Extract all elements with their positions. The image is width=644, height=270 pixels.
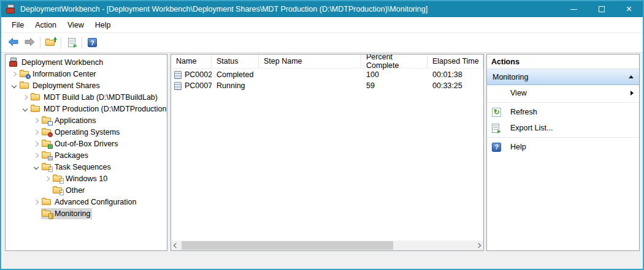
action-item-label: Export List... bbox=[510, 124, 553, 132]
tree-item-content: Operating Systems bbox=[41, 127, 121, 138]
scroll-left-button[interactable] bbox=[171, 241, 181, 250]
action-item-label: Refresh bbox=[510, 108, 537, 116]
expander-icon[interactable] bbox=[31, 151, 41, 160]
help-icon: ? bbox=[88, 38, 97, 47]
expander-icon[interactable] bbox=[31, 162, 41, 172]
tree-item-label: Packages bbox=[55, 151, 88, 160]
folder-icon bbox=[31, 104, 41, 113]
menu-bar: FileActionViewHelp bbox=[1, 17, 643, 33]
action-item-help[interactable]: ?Help bbox=[487, 139, 639, 155]
expander-icon[interactable] bbox=[31, 116, 41, 126]
actions-group-header-monitoring[interactable]: Monitoring bbox=[487, 69, 639, 85]
tree-item-deployment-workbench[interactable]: Deployment Workbench bbox=[6, 56, 167, 68]
back-arrow-icon bbox=[8, 38, 18, 48]
column-header-name[interactable]: Name bbox=[171, 54, 212, 68]
tree-item-task-sequences[interactable]: Task Sequences bbox=[6, 161, 167, 173]
tree-item-label: Applications bbox=[55, 116, 96, 125]
expander-icon[interactable] bbox=[9, 69, 19, 79]
help-button[interactable]: ? bbox=[84, 36, 101, 50]
list-row-pc0007[interactable]: PC0007Running5900:33:25 bbox=[171, 80, 483, 91]
actions-pane: Actions Monitoring View↻RefreshExport Li… bbox=[486, 54, 640, 251]
console-tree-button[interactable] bbox=[42, 36, 59, 50]
tree-item-label: MDT Production (D:\MDTProduction) bbox=[44, 105, 167, 113]
tree-item-information-center[interactable]: iInformation Center bbox=[6, 68, 167, 80]
actions-pane-title: Actions bbox=[487, 54, 639, 69]
maximize-button[interactable] bbox=[588, 1, 615, 17]
tree-item-label: Task Sequences bbox=[55, 163, 111, 171]
tree-item-mdt-build-lab-d-mdtbuildlab[interactable]: MDT Build Lab (D:\MDTBuildLab) bbox=[6, 91, 167, 103]
toolbar: ? bbox=[1, 33, 643, 53]
column-header-elapsed-time[interactable]: Elapsed Time bbox=[427, 54, 483, 68]
cell-status: Running bbox=[212, 81, 259, 90]
computer-name: PC0002 bbox=[185, 70, 212, 79]
expander-icon[interactable] bbox=[31, 127, 41, 137]
tree-item-label: Other bbox=[66, 186, 85, 195]
folder-icon bbox=[20, 81, 30, 90]
close-button[interactable]: × bbox=[615, 1, 643, 17]
tree-item-out-of-box-drivers[interactable]: Out-of-Box Drivers bbox=[6, 138, 167, 149]
column-header-percent-complete[interactable]: Percent Complete bbox=[361, 54, 427, 68]
column-header-step-name[interactable]: Step Name bbox=[259, 54, 361, 68]
folder-plain-icon bbox=[42, 197, 52, 206]
actions-separator bbox=[487, 102, 639, 103]
tree-item-applications[interactable]: Applications bbox=[6, 114, 167, 126]
tree-item-advanced-configuration[interactable]: Advanced Configuration bbox=[6, 196, 167, 208]
workbench-icon bbox=[9, 58, 19, 67]
column-header-status[interactable]: Status bbox=[212, 54, 259, 68]
forward-button[interactable] bbox=[21, 36, 38, 50]
tree-item-monitoring[interactable]: Monitoring bbox=[6, 208, 167, 219]
action-item-label: Help bbox=[510, 143, 526, 151]
tree-item-content: MDT Build Lab (D:\MDTBuildLab) bbox=[30, 92, 159, 103]
tree-item-other[interactable]: Other bbox=[6, 184, 167, 196]
tree-item-mdt-production-d-mdtproduction[interactable]: MDT Production (D:\MDTProduction) bbox=[6, 103, 167, 114]
scrollbar-thumb[interactable] bbox=[182, 241, 393, 250]
expander-icon[interactable] bbox=[31, 139, 41, 149]
scroll-right-button[interactable] bbox=[473, 241, 483, 250]
forward-arrow-icon bbox=[25, 38, 35, 48]
cell-percent-complete: 59 bbox=[361, 81, 427, 90]
action-item-export-list[interactable]: Export List... bbox=[487, 120, 639, 136]
action-icon-slot: ↻ bbox=[492, 108, 505, 117]
list-row-pc0002[interactable]: PC0002Completed10000:01:38 bbox=[171, 69, 483, 80]
action-item-view[interactable]: View bbox=[487, 85, 639, 101]
tree-item-operating-systems[interactable]: Operating Systems bbox=[6, 126, 167, 138]
tree-item-label: Advanced Configuration bbox=[55, 198, 136, 206]
expander-icon[interactable] bbox=[9, 81, 19, 91]
refresh-icon: ↻ bbox=[492, 108, 501, 117]
window-title: DeploymentWorkbench - [Deployment Workbe… bbox=[20, 5, 427, 13]
list-column-headers: NameStatusStep NamePercent CompleteElaps… bbox=[171, 54, 483, 69]
horizontal-scrollbar[interactable] bbox=[171, 241, 483, 250]
menu-item-help[interactable]: Help bbox=[90, 18, 117, 32]
tree-item-deployment-shares[interactable]: Deployment Shares bbox=[6, 80, 167, 91]
action-item-label: View bbox=[510, 89, 527, 97]
export-list-icon bbox=[68, 38, 75, 47]
tree-item-windows-10[interactable]: Windows 10 bbox=[6, 173, 167, 184]
cell-name: PC0007 bbox=[171, 81, 212, 90]
tree-item-content: Windows 10 bbox=[52, 173, 109, 184]
export-list-icon bbox=[492, 124, 499, 133]
folder-doc-icon bbox=[53, 186, 63, 195]
action-item-refresh[interactable]: ↻Refresh bbox=[487, 104, 639, 120]
expander-icon[interactable] bbox=[42, 174, 52, 184]
menu-item-action[interactable]: Action bbox=[29, 18, 62, 32]
workbench-app-icon bbox=[6, 4, 16, 14]
expander-icon[interactable] bbox=[20, 92, 30, 102]
minimize-button[interactable] bbox=[560, 1, 588, 17]
tree-item-packages[interactable]: Packages bbox=[6, 149, 167, 161]
help-icon: ? bbox=[492, 143, 501, 152]
cell-status: Completed bbox=[212, 70, 259, 79]
expander-icon[interactable] bbox=[20, 104, 30, 114]
results-pane: NameStatusStep NamePercent CompleteElaps… bbox=[171, 54, 484, 251]
menu-item-view[interactable]: View bbox=[62, 18, 90, 32]
folder-os-icon bbox=[42, 127, 52, 137]
window-controls: × bbox=[560, 1, 643, 17]
folder-app-icon bbox=[42, 116, 52, 125]
export-list-button[interactable] bbox=[63, 36, 80, 50]
menu-item-file[interactable]: File bbox=[6, 18, 29, 32]
tree-item-content: Task Sequences bbox=[41, 162, 113, 173]
back-button[interactable] bbox=[5, 36, 21, 50]
status-strip bbox=[1, 252, 643, 269]
collapse-arrow-up-icon[interactable] bbox=[629, 75, 634, 78]
expander-icon[interactable] bbox=[31, 197, 41, 207]
maximize-icon bbox=[599, 6, 605, 12]
